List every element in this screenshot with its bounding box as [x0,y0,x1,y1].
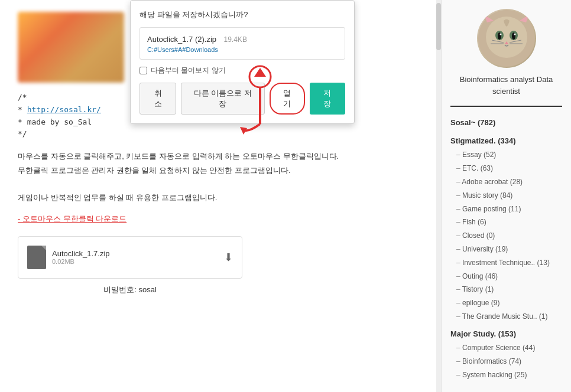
file-size: 0.02MB [52,258,110,265]
download-button[interactable]: ⬇ [224,251,233,264]
svg-point-15 [514,34,515,35]
desc-line-2: 무한클릭 프로그램은 관리자 권한을 일체 요청하지 않는 안전한 프로그램입니… [18,164,423,177]
cancel-button[interactable]: 취소 [139,83,176,115]
password-text: 비밀번호: sosal [18,285,242,295]
description-block: 마우스를 자동으로 클릭해주고, 키보드를 자동으로 입력하게 하는 오토마우스… [18,149,423,205]
category-sub[interactable]: Tistory (1) [450,283,562,296]
code-line-4: */ [18,128,423,141]
category-sub[interactable]: Outing (46) [450,270,562,283]
dialog-file-entry: Autoclick_1.7 (2).zip 19.4KB C:#Users#A#… [139,27,345,60]
category-sub[interactable]: University (19) [450,243,562,256]
cat-image [477,9,536,68]
category-list: Sosal~ (782)Stigmatized. (334)Essay (52)… [450,116,562,382]
content-area: /* * http://sosal.kr/ * made by so_Sal *… [0,0,441,392]
file-info: Autoclick_1.7.zip 0.02MB [27,246,110,269]
category-sub[interactable]: Closed (0) [450,229,562,243]
category-main[interactable]: Stigmatized. (334) [450,134,562,149]
profile-avatar [477,9,536,68]
category-sub[interactable]: The Grande Music Stu.. (1) [450,310,562,324]
category-sub[interactable]: Adobe acrobat (28) [450,175,562,189]
file-name: Autoclick_1.7.zip [52,249,110,258]
svg-point-14 [499,34,501,35]
category-sub[interactable]: Fish (6) [450,215,562,229]
save-button[interactable]: 저장 [310,83,345,115]
scrollbar[interactable] [436,0,441,392]
blurred-image [18,12,124,83]
category-sub[interactable]: ETC. (63) [450,162,562,175]
red-arrow [231,65,290,136]
blog-link[interactable]: http://sosal.kr/ [27,105,101,114]
profile-section: Bioinformatics analyst Data scientist [450,9,562,107]
desc-line-1: 마우스를 자동으로 클릭해주고, 키보드를 자동으로 입력하게 하는 오토마우스… [18,149,423,163]
dialog-title: 해당 파일을 저장하시겠습니까? [139,9,345,20]
no-ask-checkbox[interactable] [139,67,147,74]
svg-marker-2 [254,68,266,77]
category-main[interactable]: Sosal~ (782) [450,116,562,130]
category-sub[interactable]: Music story (84) [450,189,562,202]
file-icon [27,246,46,269]
sidebar: Bioinformatics analyst Data scientist So… [441,0,571,392]
category-sub[interactable]: Game posting (11) [450,202,562,216]
dialog-file-path: C:#Users#A#Downloads [147,46,338,53]
main-layout: /* * http://sosal.kr/ * made by so_Sal *… [0,0,571,392]
file-box: Autoclick_1.7.zip 0.02MB ⬇ [18,236,242,279]
category-sub[interactable]: Investment Technique.. (13) [450,256,562,270]
category-sub[interactable]: Bioinformatics (74) [450,355,562,368]
scrollbar-thumb [436,3,441,50]
desc-line-3: 게임이나 반복적인 업무를 하실 때 유용한 프로그램입니다. [18,191,423,204]
category-sub[interactable]: System hacking (25) [450,368,562,382]
category-sub[interactable]: Essay (52) [450,148,562,162]
dialog-file-name: Autoclick_1.7 (2).zip 19.4KB [147,34,338,44]
category-main[interactable]: Major Study. (153) [450,327,562,342]
file-details: Autoclick_1.7.zip 0.02MB [52,249,110,265]
category-sub[interactable]: epilogue (9) [450,296,562,310]
profile-desc: Bioinformatics analyst Data scientist [450,74,562,97]
download-link[interactable]: - 오토마우스 무한클릭 다운로드 [18,214,423,224]
checkbox-label: 다음부터 물어보지 않기 [151,66,226,76]
category-sub[interactable]: Computer Science (44) [450,341,562,355]
